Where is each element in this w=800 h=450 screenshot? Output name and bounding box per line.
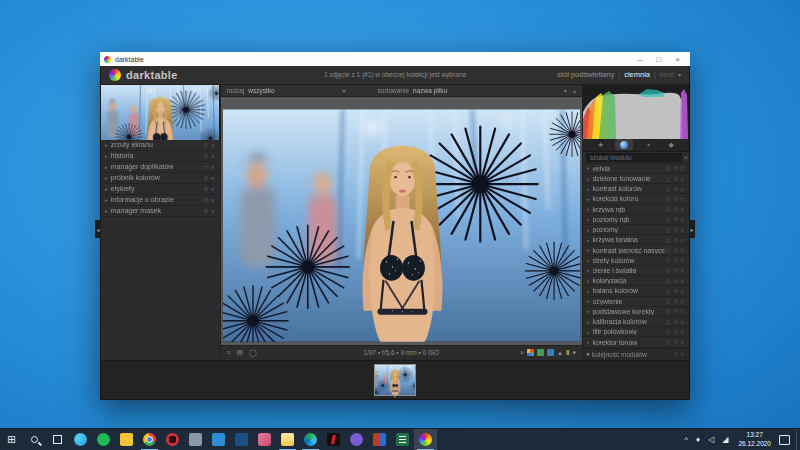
taskbar-app-mail[interactable] [207, 429, 230, 450]
taskbar-app-opera[interactable] [161, 429, 184, 450]
notification-center-icon[interactable] [779, 435, 790, 445]
module-row-icons[interactable]: ◫ ↺ ≡ [665, 308, 685, 314]
module-row[interactable]: ▸velvia◫ ↺ ≡ [583, 164, 689, 174]
maximize-button[interactable]: □ [656, 55, 661, 64]
module-row-icons[interactable]: ↺ ≡ [203, 208, 215, 214]
left-module-image-info[interactable]: ▸informacje o obrazie↺ ≡ [101, 195, 220, 206]
views-caret-icon[interactable]: ▾ [678, 71, 681, 78]
module-row[interactable]: ▸poziomy◫ ↺ ≡ [583, 225, 689, 235]
task-view-button[interactable] [46, 429, 69, 450]
view-other[interactable]: inne [660, 70, 674, 79]
module-row-icons[interactable]: ↺ ≡ [203, 186, 215, 192]
tray-security-icon[interactable]: ♦ [692, 435, 704, 444]
module-row-icons[interactable]: ↺ ≡ [203, 175, 215, 181]
close-button[interactable]: × [675, 55, 680, 64]
raw-overexposed-icon[interactable] [527, 349, 534, 356]
module-row[interactable]: ▸ożywienie◫ ↺ ≡ [583, 297, 689, 307]
module-order-row[interactable]: ▸ kolejność modułów ↺ ≡ [583, 348, 689, 360]
module-search-input[interactable] [586, 153, 682, 162]
sort-caret-icon[interactable]: ▾ [564, 87, 567, 94]
module-row[interactable]: ▸korekcja koloru◫ ↺ ≡ [583, 194, 689, 204]
left-module-history[interactable]: ▸historia↺ ≡ [101, 151, 220, 162]
module-row-icons[interactable]: ◫ ↺ ≡ [665, 278, 685, 284]
window-titlebar[interactable]: darktable – □ × [100, 52, 690, 66]
taskbar-app-darktable[interactable] [414, 429, 437, 450]
module-row[interactable]: ▸filtr połówkowy◫ ↺ ≡ [583, 327, 689, 337]
tab-base-active[interactable] [615, 139, 633, 150]
module-row-icons[interactable]: ◫ ↺ ≡ [665, 339, 685, 345]
module-row-icons[interactable]: ◫ ↺ ≡ [665, 206, 685, 212]
module-row-icons[interactable]: ◫ ↺ ≡ [665, 319, 685, 325]
module-row-icons[interactable]: ◫ ↺ ≡ [665, 288, 685, 294]
module-row-icons[interactable]: ◫ ↺ ≡ [665, 257, 685, 263]
module-row-icons[interactable]: ◫ ↺ ≡ [665, 227, 685, 233]
module-row-icons[interactable]: ◫ ↺ ≡ [665, 176, 685, 182]
module-row-icons[interactable]: ◫ ↺ ≡ [665, 196, 685, 202]
module-row[interactable]: ▸dzielone tonowanie◫ ↺ ≡ [583, 174, 689, 184]
tray-chevron-icon[interactable]: ^ [680, 435, 692, 444]
overexposed-icon[interactable] [537, 349, 544, 356]
left-module-duplicate-manager[interactable]: ▸manager duplikatów↺ ≡ [101, 162, 220, 173]
taskbar-app-installer[interactable] [368, 429, 391, 450]
left-module-color-picker[interactable]: ▸próbnik kolorów↺ ≡ [101, 173, 220, 184]
module-row[interactable]: ▸koloryzacja◫ ↺ ≡ [583, 276, 689, 286]
navigation-preview[interactable] [101, 85, 220, 140]
show-desktop-button[interactable] [796, 429, 800, 450]
module-row[interactable]: ▸kontrast kolorów◫ ↺ ≡ [583, 184, 689, 194]
taskbar-app-chrome[interactable] [138, 429, 161, 450]
module-row[interactable]: ▸kontrast jasność nasycenie◫ ↺ ≡ [583, 245, 689, 255]
collapse-left-panel-icon[interactable]: ◂ [95, 220, 101, 238]
taskbar-clock[interactable]: 13:27 26.12.2020 [732, 431, 777, 447]
module-row-icons[interactable]: ◫ ↺ ≡ [665, 298, 685, 304]
module-row-icons[interactable]: ◫ ↺ ≡ [665, 247, 685, 253]
tray-network-icon[interactable]: ◢ [718, 435, 732, 444]
darkroom-canvas[interactable] [221, 97, 583, 345]
module-row-icons[interactable]: ◫ ↺ ≡ [665, 216, 685, 222]
search-icon[interactable] [23, 429, 46, 450]
taskbar-app-skype[interactable] [69, 429, 92, 450]
sort-order-icon[interactable]: ▴ [573, 87, 576, 94]
sort-value[interactable]: nazwa pliku [413, 87, 447, 94]
left-module-mask-manager[interactable]: ▸manager masek↺ ≡ [101, 206, 220, 217]
module-row[interactable]: ▸krzywa rgb◫ ↺ ≡ [583, 205, 689, 215]
softproof-icon[interactable] [547, 349, 554, 356]
minimize-button[interactable]: – [638, 55, 642, 64]
taskbar-app-file-explorer[interactable] [276, 429, 299, 450]
module-row[interactable]: ▸korektor tonów◫ ↺ ≡ [583, 337, 689, 347]
filter-caret-icon[interactable]: ▾ [343, 87, 346, 94]
taskbar-app-paint[interactable] [253, 429, 276, 450]
taskbar-app-discord[interactable] [345, 429, 368, 450]
search-clear-icon[interactable]: × [684, 154, 688, 161]
module-row-icons[interactable]: ↺ ≡ [674, 351, 686, 357]
module-row[interactable]: ▸poziomy rgb◫ ↺ ≡ [583, 215, 689, 225]
module-row-icons[interactable]: ◫ ↺ ≡ [665, 186, 685, 192]
module-row-icons[interactable]: ↺ ≡ [203, 197, 215, 203]
filmstrip-thumbnail-selected[interactable] [374, 364, 416, 396]
tab-favorites[interactable]: ★ [592, 139, 610, 150]
gamut-check-icon[interactable]: ▲ [557, 350, 563, 356]
module-row[interactable]: ▸podstawowe korekty◫ ↺ ≡ [583, 307, 689, 317]
histogram[interactable] [583, 85, 689, 139]
taskbar-app-notes[interactable] [115, 429, 138, 450]
toolbar-overflow-icon[interactable]: ▾ [572, 349, 576, 357]
second-window-icon[interactable]: × [520, 349, 524, 356]
module-row-icons[interactable]: ↺ ≡ [203, 164, 215, 170]
filmstrip[interactable]: ▾ [101, 360, 689, 399]
edited-photo[interactable] [223, 109, 580, 342]
collapse-filmstrip-icon[interactable]: ▾ [393, 393, 396, 399]
module-row-icons[interactable]: ◫ ↺ ≡ [665, 165, 685, 171]
collapse-right-panel-icon[interactable]: ▸ [689, 220, 695, 238]
module-row[interactable]: ▸cienie i światła◫ ↺ ≡ [583, 266, 689, 276]
module-row[interactable]: ▸balans kolorów◫ ↺ ≡ [583, 286, 689, 296]
guides-icon[interactable]: ‖ [566, 349, 569, 356]
tab-effects[interactable]: ◆ [662, 139, 680, 150]
taskbar-app-excel[interactable] [391, 429, 414, 450]
module-row[interactable]: ▸kalibracja kolorów◫ ↺ ≡ [583, 317, 689, 327]
taskbar-app-netflix[interactable] [322, 429, 345, 450]
left-module-tagging[interactable]: ▸etykiety↺ ≡ [101, 184, 220, 195]
left-module-snapshots[interactable]: ▸zrzuty ekranu↺ ≡ [101, 140, 220, 151]
taskbar-app-spotify[interactable] [92, 429, 115, 450]
tray-volume-icon[interactable]: ◁ [704, 435, 718, 444]
taskbar-app-photos[interactable] [230, 429, 253, 450]
module-row[interactable]: ▸krzywa tonalna◫ ↺ ≡ [583, 235, 689, 245]
